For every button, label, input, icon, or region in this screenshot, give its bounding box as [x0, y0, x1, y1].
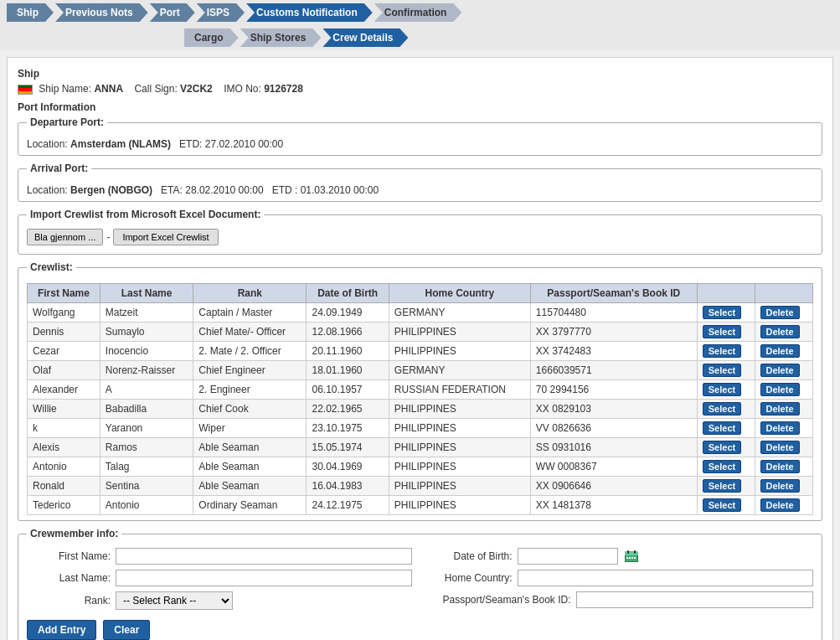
cell-first-name: Dennis	[28, 323, 100, 342]
first-name-label: First Name:	[27, 550, 111, 562]
calendar-icon[interactable]	[625, 550, 638, 562]
import-excel-button[interactable]: Import Excel Crewlist	[113, 229, 218, 245]
dob-input[interactable]	[518, 548, 618, 565]
select-button[interactable]: Select	[703, 460, 741, 473]
delete-button[interactable]: Delete	[760, 498, 800, 512]
dob-row: Date of Birth:	[429, 548, 814, 565]
arrival-etd-value: 01.03.2010 00:00	[301, 184, 379, 196]
departure-location-value: Amsterdam (NLAMS)	[70, 138, 171, 150]
cell-dob: 06.10.1957	[307, 380, 389, 400]
cell-first-name: Willie	[28, 400, 100, 419]
table-row: Antonio Talag Able Seaman 30.04.1969 PHI…	[28, 457, 813, 477]
cell-first-name: k	[28, 419, 100, 438]
cell-last-name: Inocencio	[100, 342, 193, 361]
arrival-eta-label: ETA:	[161, 184, 183, 196]
cell-first-name: Ronald	[28, 477, 100, 496]
cell-select: Select	[697, 380, 755, 400]
delete-button[interactable]: Delete	[760, 460, 800, 473]
cell-passport: VV 0826636	[530, 419, 697, 438]
cell-country: PHILIPPINES	[389, 323, 530, 342]
browse-button[interactable]: Bla gjennom ...	[27, 229, 103, 245]
select-button[interactable]: Select	[703, 325, 741, 338]
select-button[interactable]: Select	[703, 421, 741, 435]
col-passport: Passport/Seaman's Book ID	[530, 284, 697, 303]
nav-item-isps[interactable]: ISPS	[197, 3, 245, 22]
svg-rect-3	[634, 550, 636, 554]
crew-table-header: First Name Last Name Rank Date of Birth …	[28, 284, 813, 303]
cell-country: PHILIPPINES	[389, 477, 530, 496]
nav-item-ship[interactable]: Ship	[7, 3, 54, 22]
nav-item-customs[interactable]: Customs Notification	[246, 3, 373, 22]
svg-rect-6	[631, 557, 633, 559]
rank-select[interactable]: -- Select Rank --	[116, 591, 233, 610]
nav-item-crew-details[interactable]: Crew Details	[322, 28, 408, 47]
delete-button[interactable]: Delete	[760, 441, 800, 454]
delete-button[interactable]: Delete	[760, 325, 800, 338]
nav-item-cargo[interactable]: Cargo	[184, 28, 239, 47]
clear-button[interactable]: Clear	[103, 620, 150, 640]
cell-select: Select	[697, 496, 755, 515]
arrival-location-label: Location:	[27, 184, 68, 196]
cell-dob: 20.11.1960	[307, 342, 389, 361]
delete-button[interactable]: Delete	[760, 344, 800, 358]
delete-button[interactable]: Delete	[760, 364, 800, 377]
table-row: Alexis Ramos Able Seaman 15.05.1974 PHIL…	[28, 438, 813, 457]
rank-row: Rank: -- Select Rank --	[27, 591, 412, 610]
cell-rank: Chief Mate/- Officer	[193, 323, 307, 342]
country-input[interactable]	[518, 570, 814, 586]
first-name-row: First Name:	[27, 548, 412, 565]
delete-button[interactable]: Delete	[760, 479, 800, 493]
ship-imo-value: 9126728	[264, 83, 303, 95]
cell-first-name: Wolfgang	[28, 303, 100, 323]
delete-button[interactable]: Delete	[760, 421, 800, 435]
select-button[interactable]: Select	[703, 479, 741, 493]
cell-delete: Delete	[755, 438, 813, 457]
cell-dob: 18.01.1960	[307, 361, 389, 380]
nav-item-previous-nots[interactable]: Previous Nots	[55, 3, 148, 22]
table-row: Cezar Inocencio 2. Mate / 2. Officer 20.…	[28, 342, 813, 361]
nav-bottom-row: Cargo Ship Stores Crew Details	[0, 25, 840, 50]
select-button[interactable]: Select	[703, 498, 741, 512]
cell-last-name: Sumaylo	[100, 323, 193, 342]
cell-country: GERMANY	[389, 361, 530, 380]
select-button[interactable]: Select	[703, 344, 741, 358]
crewlist-legend: Crewlist:	[27, 261, 76, 273]
select-button[interactable]: Select	[703, 364, 741, 377]
cell-dob: 12.08.1966	[307, 323, 389, 342]
table-row: Olaf Norenz-Raisser Chief Engineer 18.01…	[28, 361, 813, 380]
ship-section: Ship Ship Name: ANNA Call Sign: V2CK2 IM…	[18, 68, 822, 95]
cell-last-name: Antonio	[100, 496, 193, 515]
first-name-input[interactable]	[116, 548, 412, 565]
add-entry-button[interactable]: Add Entry	[27, 620, 96, 640]
col-delete	[755, 284, 813, 303]
nav-item-confirmation[interactable]: Confirmation	[374, 3, 462, 22]
svg-rect-1	[625, 552, 638, 555]
crewmember-form-grid: First Name: Last Name: Rank: -- Select R…	[27, 545, 813, 613]
select-button[interactable]: Select	[703, 402, 741, 415]
cell-select: Select	[697, 438, 755, 457]
cell-rank: 2. Engineer	[193, 380, 307, 400]
cell-last-name: Ramos	[100, 438, 193, 457]
table-row: Alexander A 2. Engineer 06.10.1957 RUSSI…	[28, 380, 813, 400]
cell-rank: Captain / Master	[193, 303, 307, 323]
delete-button[interactable]: Delete	[760, 402, 800, 415]
select-button[interactable]: Select	[703, 441, 741, 454]
cell-passport: XX 0829103	[530, 400, 697, 419]
delete-button[interactable]: Delete	[760, 306, 800, 319]
cell-rank: Ordinary Seaman	[193, 496, 307, 515]
crewmember-form-legend: Crewmember info:	[27, 528, 121, 539]
nav-item-ship-stores[interactable]: Ship Stores	[240, 28, 322, 47]
svg-rect-5	[629, 557, 631, 559]
passport-input[interactable]	[576, 591, 814, 608]
cell-delete: Delete	[755, 303, 813, 323]
delete-button[interactable]: Delete	[760, 383, 800, 396]
arrival-port-legend: Arrival Port:	[27, 163, 91, 174]
select-button[interactable]: Select	[703, 306, 741, 319]
nav-item-port[interactable]: Port	[150, 3, 195, 22]
select-button[interactable]: Select	[703, 383, 741, 396]
last-name-input[interactable]	[116, 570, 412, 586]
cell-rank: Able Seaman	[193, 457, 307, 477]
last-name-row: Last Name:	[27, 570, 412, 586]
arrival-port-fieldset: Arrival Port: Location: Bergen (NOBGO) E…	[18, 163, 822, 202]
form-left: First Name: Last Name: Rank: -- Select R…	[27, 548, 412, 610]
